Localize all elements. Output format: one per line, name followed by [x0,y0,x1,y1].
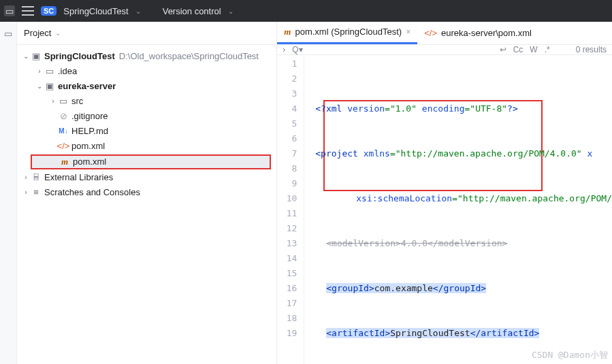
xml-icon: </> [58,139,69,154]
tool-rail: ▭ [0,22,17,364]
tab-other[interactable]: </> eureka-server\pom.xml [417,21,538,44]
maven-icon: m [59,154,70,169]
title-bar: ▭ SC SpringCloudTest ⌄ Version control ⌄ [0,0,612,22]
folder-icon[interactable]: ▭ [4,29,12,39]
markdown-icon: M↓ [58,124,69,139]
xml-icon: </> [424,28,437,38]
module-icon: ▣ [31,49,42,64]
tree-item[interactable]: pom.xml [71,139,105,154]
match-case[interactable]: Cc [513,45,524,54]
tab-label: eureka-server\pom.xml [441,28,532,38]
chevron-right-icon[interactable]: › [283,45,285,54]
chevron-right-icon[interactable]: › [48,94,58,109]
chevron-down-icon[interactable]: ⌄ [135,7,141,15]
module-icon: ▣ [44,79,55,94]
tree-root-path: D:\Old_workspace\SpringCloudTest [119,49,259,64]
folder-icon: ▭ [44,64,55,79]
library-icon: ⌸ [31,170,42,185]
tab-label: pom.xml (SpringCloudTest) [295,27,402,37]
folder-icon: ▭ [58,94,69,109]
prev-icon[interactable]: ↩ [500,45,506,54]
tree-item[interactable]: HELP.md [71,124,108,139]
panel-title[interactable]: Project [24,28,51,38]
tree-item[interactable]: eureka-server [58,79,116,94]
tree-root[interactable]: SpringCloudTest [44,49,115,64]
close-icon[interactable]: × [406,27,410,37]
chevron-right-icon[interactable]: › [21,185,31,200]
scratch-icon: ≡ [31,185,42,200]
tree-item[interactable]: src [71,94,83,109]
editor-tabs: m pom.xml (SpringCloudTest) × </> eureka… [277,22,612,45]
tree-item[interactable]: Scratches and Consoles [44,185,140,200]
project-name[interactable]: SpringCloudTest [63,6,128,16]
results-count: 0 results [576,45,607,54]
code-editor[interactable]: 12345678910111213141516171819 <?xml vers… [277,55,612,364]
tree-item[interactable]: .gitignore [71,109,108,124]
tree-item[interactable]: .idea [58,64,77,79]
tab-active[interactable]: m pom.xml (SpringCloudTest) × [277,21,417,44]
chevron-down-icon[interactable]: ⌄ [35,79,44,94]
chevron-down-icon[interactable]: ⌄ [55,29,61,37]
line-gutter: 12345678910111213141516171819 [277,55,304,364]
editor-area: m pom.xml (SpringCloudTest) × </> eureka… [277,22,612,364]
search-icon[interactable]: Q▾ [292,45,302,54]
chevron-right-icon[interactable]: › [35,64,44,79]
app-icon[interactable]: ▭ [4,5,15,16]
watermark: CSDN @Damon小智 [532,348,608,363]
code-body[interactable]: <?xml version="1.0" encoding="UTF-8"?> <… [304,55,612,364]
vcs-menu[interactable]: Version control [163,6,221,16]
find-bar[interactable]: › Q▾ ↩ Cc W .* 0 results [277,45,612,55]
chevron-right-icon[interactable]: › [21,170,31,185]
tree-item-selected[interactable]: pom.xml [73,154,106,169]
tree-item[interactable]: External Libraries [44,170,113,185]
chevron-down-icon[interactable]: ⌄ [21,49,31,64]
gitignore-icon: ⊘ [58,109,69,124]
maven-icon: m [284,27,291,37]
project-tree[interactable]: ⌄ ▣ SpringCloudTest D:\Old_workspace\Spr… [17,45,276,204]
hamburger-icon[interactable] [22,6,34,16]
regex-toggle[interactable]: .* [545,45,550,54]
project-panel: Project ⌄ ⌄ ▣ SpringCloudTest D:\Old_wor… [17,22,277,364]
chevron-down-icon[interactable]: ⌄ [228,7,233,15]
project-badge: SC [41,6,57,16]
match-word[interactable]: W [530,45,537,54]
